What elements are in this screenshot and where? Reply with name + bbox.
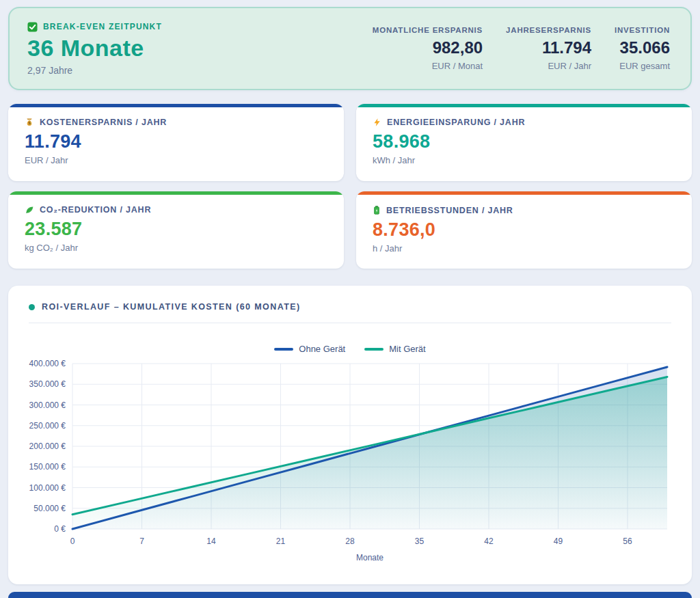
svg-text:Monate: Monate: [356, 553, 383, 562]
svg-text:100.000 €: 100.000 €: [29, 483, 66, 493]
chart-legend: Ohne Gerät Mit Gerät: [29, 344, 671, 354]
stat-value: 35.066: [615, 38, 670, 57]
svg-text:200.000 €: 200.000 €: [29, 441, 66, 451]
card-unit: kWh / Jahr: [373, 155, 675, 165]
divider: [29, 323, 671, 323]
metric-cards: $ KOSTENERSPARNIS / JAHR 11.794 EUR / Ja…: [8, 104, 692, 269]
leaf-icon: [25, 205, 34, 215]
chart-title-dot-icon: [29, 304, 35, 310]
legend-item-ohne-geraet[interactable]: Ohne Gerät: [274, 344, 345, 354]
break-even-sub: 2,97 Jahre: [27, 65, 162, 76]
stat-label: INVESTITION: [615, 26, 670, 34]
banner-stats: MONATLICHE ERSPARNIS 982,80 EUR / Monat …: [373, 26, 670, 71]
svg-text:14: 14: [206, 536, 216, 546]
card-unit: kg CO₂ / Jahr: [25, 243, 327, 253]
legend-line-icon: [274, 348, 293, 351]
svg-text:49: 49: [554, 536, 563, 546]
break-even-label: BREAK-EVEN ZEITPUNKT: [43, 22, 162, 31]
card-value: 8.736,0: [373, 219, 675, 241]
stat-label: JAHRESERSPARNIS: [506, 26, 591, 34]
svg-text:35: 35: [415, 536, 425, 546]
svg-text:150.000 €: 150.000 €: [29, 462, 66, 472]
stat-value: 982,80: [373, 38, 483, 57]
legend-item-mit-geraet[interactable]: Mit Gerät: [364, 344, 425, 354]
card-cost-savings: $ KOSTENERSPARNIS / JAHR 11.794 EUR / Ja…: [8, 104, 344, 181]
stat-unit: EUR / Monat: [373, 61, 483, 71]
svg-text:400.000 €: 400.000 €: [29, 359, 66, 368]
stat-label: MONATLICHE ERSPARNIS: [373, 26, 483, 34]
svg-text:56: 56: [623, 536, 632, 546]
svg-text:21: 21: [276, 536, 286, 546]
legend-label: Ohne Gerät: [299, 344, 345, 354]
card-label: CO₂-REDUKTION / JAHR: [40, 205, 151, 215]
legend-line-icon: [364, 348, 383, 351]
lightning-icon: [373, 118, 381, 127]
svg-text:$: $: [28, 120, 31, 125]
svg-text:300.000 €: 300.000 €: [29, 400, 66, 410]
stat-yearly-savings: JAHRESERSPARNIS 11.794 EUR / Jahr: [506, 26, 591, 71]
break-even-summary: BREAK-EVEN ZEITPUNKT 36 Monate 2,97 Jahr…: [27, 22, 162, 76]
next-card-top-accent: [8, 592, 692, 598]
svg-text:250.000 €: 250.000 €: [29, 421, 66, 431]
card-value: 23.587: [25, 219, 327, 240]
svg-text:350.000 €: 350.000 €: [29, 379, 66, 389]
svg-text:0: 0: [70, 536, 75, 546]
card-energy-savings: ENERGIEEINSPARUNG / JAHR 58.968 kWh / Ja…: [356, 104, 692, 181]
stat-monthly-savings: MONATLICHE ERSPARNIS 982,80 EUR / Monat: [373, 26, 483, 71]
card-label: KOSTENERSPARNIS / JAHR: [40, 118, 167, 127]
legend-label: Mit Gerät: [389, 344, 425, 354]
svg-text:42: 42: [484, 536, 494, 546]
dashboard: BREAK-EVEN ZEITPUNKT 36 Monate 2,97 Jahr…: [0, 0, 700, 598]
card-value: 58.968: [373, 131, 675, 152]
money-bag-icon: $: [25, 118, 34, 127]
break-even-value: 36 Monate: [27, 35, 162, 62]
card-co2-reduction: CO₂-REDUKTION / JAHR 23.587 kg CO₂ / Jah…: [8, 191, 344, 269]
card-unit: EUR / Jahr: [25, 155, 327, 165]
roi-chart-card: ROI-VERLAUF – KUMULATIVE KOSTEN (60 MONA…: [8, 286, 692, 584]
stat-unit: EUR gesamt: [615, 61, 670, 71]
stat-value: 11.794: [506, 38, 591, 57]
svg-text:7: 7: [139, 536, 144, 546]
svg-text:0 €: 0 €: [54, 524, 66, 534]
card-value: 11.794: [25, 131, 327, 152]
break-even-banner: BREAK-EVEN ZEITPUNKT 36 Monate 2,97 Jahr…: [8, 7, 692, 90]
check-icon: [27, 22, 38, 32]
card-unit: h / Jahr: [373, 243, 675, 254]
card-label: BETRIEBSSTUNDEN / JAHR: [386, 206, 513, 215]
card-operating-hours: BETRIEBSSTUNDEN / JAHR 8.736,0 h / Jahr: [356, 191, 692, 269]
stat-unit: EUR / Jahr: [506, 61, 591, 71]
chart-title: ROI-VERLAUF – KUMULATIVE KOSTEN (60 MONA…: [42, 302, 301, 312]
svg-text:28: 28: [345, 536, 355, 546]
svg-text:50.000 €: 50.000 €: [33, 504, 66, 513]
stat-investment: INVESTITION 35.066 EUR gesamt: [615, 26, 670, 71]
battery-icon: [373, 205, 381, 215]
card-label: ENERGIEEINSPARUNG / JAHR: [387, 118, 525, 127]
roi-chart[interactable]: 0 €50.000 €100.000 €150.000 €200.000 €25…: [29, 359, 671, 567]
